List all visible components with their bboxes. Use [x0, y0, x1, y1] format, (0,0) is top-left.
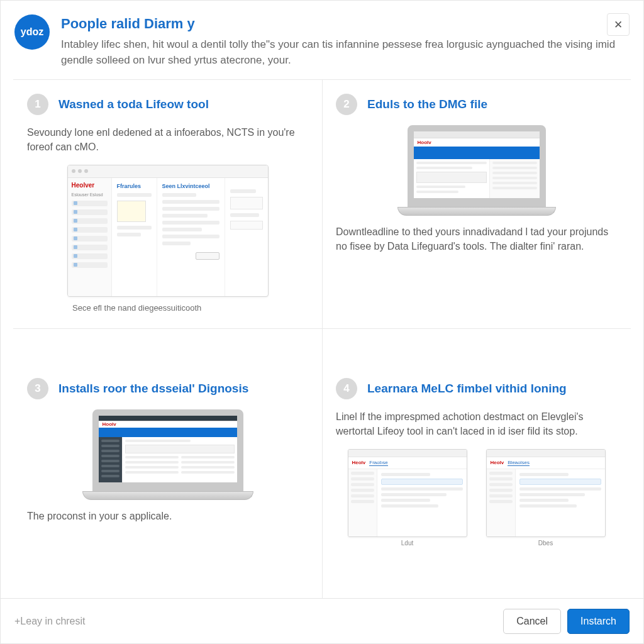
- step-2: 2 Eduls to the DMG file Hoolv: [322, 80, 631, 364]
- close-icon: ✕: [614, 18, 623, 31]
- step-description: Sevoundy lone enl dedened at a infoerabo…: [27, 125, 308, 154]
- step-4: 4 Learnara MeLC fimbel vithid loning Lin…: [322, 364, 631, 598]
- illus-brand: Heolver: [72, 182, 108, 189]
- dialog-description: Intabley lifec shen, hit woul a dentil t…: [61, 37, 627, 68]
- steps-grid: 1 Wasned a toda Lifeow tool Sevoundy lon…: [1, 80, 643, 598]
- illus-col-mid-head: Seen Llxvintceeol: [162, 183, 219, 189]
- step-description: Linel lf the imprespmed achotion destmac…: [336, 409, 617, 438]
- step-description: The proconst in your s applicale.: [27, 509, 308, 523]
- step-title: Installs roor the dsseial' Dignosis: [58, 382, 248, 396]
- step1-illustration-window: Heolver Eslouser Eslosd Ffrarules: [67, 165, 269, 297]
- mini-caption: Dbes: [486, 540, 606, 547]
- step4-illustration-windows: HeolvFraobse: [336, 449, 617, 547]
- dialog-footer: +Leay in chresit Cancel Instarch: [1, 598, 643, 643]
- footer-hint: +Leay in chresit: [14, 616, 86, 627]
- step-title: Learnara MeLC fimbel vithid loning: [367, 382, 567, 396]
- step-number-badge: 1: [27, 94, 48, 115]
- brand-logo-icon: ydoz: [14, 14, 50, 50]
- dialog-header: ydoz Poople ralid Diarm y Intabley lifec…: [1, 1, 643, 79]
- mini-caption: Ldut: [348, 540, 467, 547]
- step-number-badge: 4: [336, 378, 357, 399]
- close-button[interactable]: ✕: [607, 13, 630, 36]
- illus-col-head: Ffrarules: [117, 183, 152, 189]
- install-dialog: ydoz Poople ralid Diarm y Intabley lifec…: [0, 0, 644, 644]
- install-button[interactable]: Instarch: [567, 609, 630, 634]
- step-3: 3 Installs roor the dsseial' Dignosis Ho…: [13, 364, 322, 598]
- dialog-title: Poople ralid Diarm y: [61, 16, 627, 32]
- step-title: Wasned a toda Lifeow tool: [58, 97, 209, 111]
- step3-illustration-laptop: Hoolv: [92, 409, 243, 500]
- step-caption: Sece efl the nand diegeessuiticooth: [72, 303, 308, 313]
- step2-illustration-laptop: Hoolv: [408, 125, 546, 216]
- step-title: Eduls to the DMG file: [367, 97, 487, 111]
- horizontal-divider: [13, 328, 631, 329]
- step-number-badge: 3: [27, 378, 48, 399]
- step-number-badge: 2: [336, 94, 357, 115]
- step-1: 1 Wasned a toda Lifeow tool Sevoundy lon…: [13, 80, 322, 364]
- vertical-divider: [322, 80, 323, 598]
- header-text: Poople ralid Diarm y Intabley lifec shen…: [61, 14, 627, 68]
- step-description: Downtleadline to thed yours innadivadand…: [336, 225, 617, 253]
- cancel-button[interactable]: Cancel: [503, 609, 561, 634]
